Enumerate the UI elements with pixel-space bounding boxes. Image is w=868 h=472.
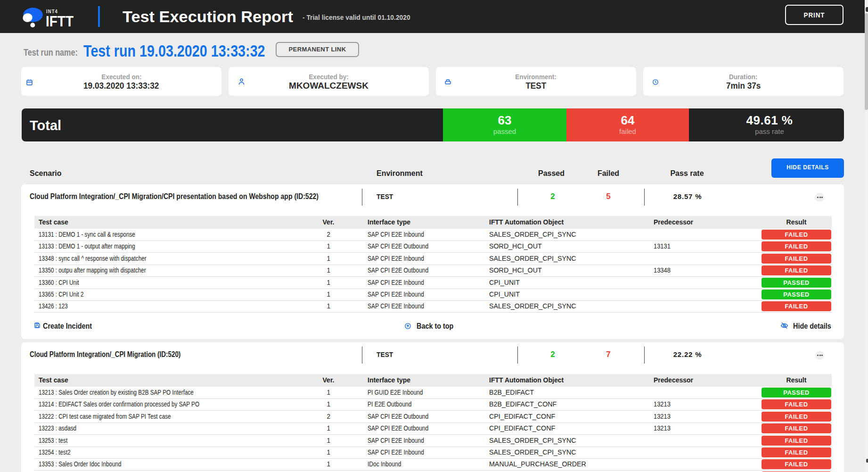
svg-text:IFTT: IFTT bbox=[46, 13, 74, 29]
